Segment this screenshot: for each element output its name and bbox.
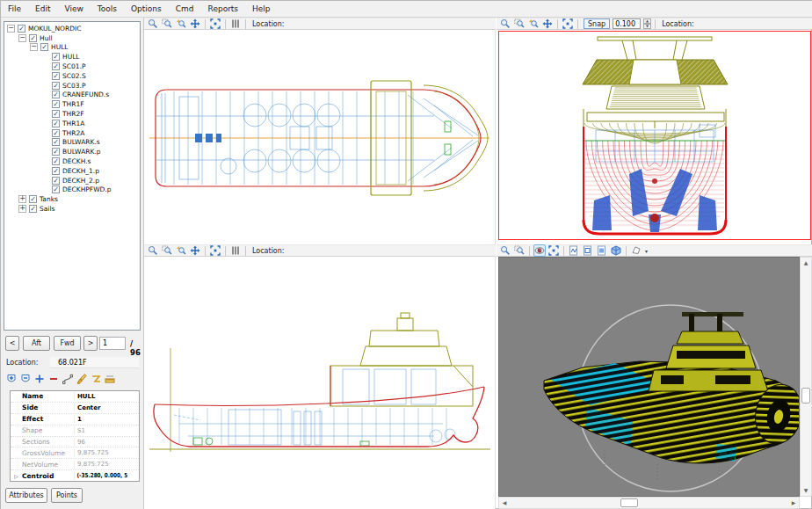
tree-row-thr1f[interactable]: ✓THR1F	[4, 99, 140, 109]
tree-row-tanks[interactable]: +✓Tanks	[4, 194, 140, 204]
edit-curve-icon[interactable]	[62, 373, 74, 385]
visibility-checkbox[interactable]: ✓	[52, 138, 60, 146]
insert-control-icon[interactable]	[33, 373, 46, 385]
dropdown-caret-icon[interactable]: ▾	[645, 248, 648, 254]
menu-item-tools[interactable]: Tools	[91, 1, 124, 17]
snap-value-input[interactable]	[613, 18, 641, 29]
scroll-left-icon[interactable]: ◀	[499, 498, 510, 508]
remove-section-icon[interactable]	[19, 373, 32, 385]
render-mode-icon[interactable]	[630, 244, 642, 257]
three-d-horizontal-scrollbar[interactable]: ◀ ▶	[498, 497, 800, 509]
visibility-checkbox[interactable]: ✓	[52, 148, 60, 156]
tree-row-hull[interactable]: −✓Hull	[4, 33, 140, 43]
property-row-grossvolume[interactable]: GrossVolume9,875.725	[11, 447, 139, 459]
visibility-checkbox[interactable]: ✓	[52, 82, 60, 90]
expand-icon[interactable]: +	[18, 205, 26, 213]
zoom-window-icon[interactable]	[513, 244, 526, 257]
property-row-side[interactable]: SideCenter	[11, 403, 139, 414]
menu-item-edit[interactable]: Edit	[28, 1, 57, 17]
property-row-centroid[interactable]: ▷Centroid(-35.280, 0.000, 5.497)	[11, 470, 139, 482]
tree-row-bulwark-s[interactable]: ✓BULWARK.s	[4, 138, 140, 148]
profile-view-canvas[interactable]	[144, 257, 496, 509]
rotate-view-icon[interactable]	[533, 244, 546, 257]
copy-shaded-icon[interactable]	[596, 244, 608, 257]
fair-curve-icon[interactable]	[90, 373, 102, 385]
zoom-extents-icon[interactable]	[547, 244, 560, 257]
body-view-canvas[interactable]	[498, 31, 811, 240]
tree-row-deckh-1-p[interactable]: ✓DECKH_1.p	[4, 166, 140, 176]
expand-icon[interactable]: +	[18, 195, 26, 203]
pan-icon[interactable]	[189, 244, 201, 257]
expand-arrow-icon[interactable]: ▷	[11, 473, 22, 479]
three-d-vertical-scrollbar[interactable]: ▲ ▼	[800, 257, 812, 497]
collapse-icon[interactable]: −	[30, 43, 38, 51]
zoom-previous-icon[interactable]	[527, 18, 540, 30]
tree-row-hull[interactable]: −✓HULL	[4, 43, 140, 53]
add-section-icon[interactable]	[5, 373, 18, 385]
menu-item-view[interactable]: View	[58, 1, 91, 17]
sections-icon[interactable]	[229, 244, 242, 257]
visibility-checkbox[interactable]: ✓	[52, 53, 60, 61]
visibility-checkbox[interactable]: ✓	[18, 25, 25, 33]
tree-row-sails[interactable]: +✓Sails	[4, 204, 140, 214]
section-fwd-button[interactable]: Fwd	[54, 336, 81, 351]
visibility-checkbox[interactable]: ✓	[52, 129, 60, 137]
measure-icon[interactable]	[104, 373, 116, 385]
visibility-checkbox[interactable]: ✓	[40, 43, 48, 51]
sections-icon[interactable]	[229, 18, 242, 30]
zoom-extents-icon[interactable]	[562, 18, 574, 30]
section-aft-button[interactable]: Aft	[23, 336, 50, 351]
vertical-scroll-thumb[interactable]	[801, 388, 810, 404]
zoom-in-icon[interactable]	[499, 244, 511, 257]
collapse-icon[interactable]: −	[7, 25, 15, 33]
tree-row-thr1a[interactable]: ✓THR1A	[4, 119, 140, 128]
snap-spinner[interactable]: ▲▼	[643, 18, 651, 29]
visibility-checkbox[interactable]: ✓	[29, 195, 37, 203]
tab-points[interactable]: Points	[51, 488, 83, 503]
visibility-checkbox[interactable]: ✓	[29, 34, 37, 42]
zoom-window-icon[interactable]	[161, 18, 173, 30]
pan-icon[interactable]	[541, 18, 554, 30]
property-row-effect[interactable]: Effect1	[11, 414, 139, 425]
section-prev-button[interactable]: <	[5, 336, 19, 351]
visibility-checkbox[interactable]: ✓	[52, 72, 60, 80]
zoom-window-icon[interactable]	[513, 18, 526, 30]
visibility-checkbox[interactable]: ✓	[29, 205, 37, 213]
smooth-brush-icon[interactable]	[76, 373, 88, 385]
visibility-checkbox[interactable]: ✓	[52, 157, 60, 165]
visibility-checkbox[interactable]: ✓	[52, 62, 60, 70]
tree-row-sc03-p[interactable]: ✓SC03.P	[4, 81, 140, 91]
visibility-checkbox[interactable]: ✓	[52, 120, 60, 127]
tree-row-sc02-s[interactable]: ✓SC02.S	[4, 71, 140, 81]
tree-row-hull[interactable]: ✓HULL	[4, 52, 140, 62]
horizontal-scroll-thumb[interactable]	[620, 498, 638, 507]
zoom-window-icon[interactable]	[161, 244, 173, 257]
spin-down-icon[interactable]: ▼	[643, 24, 651, 29]
menu-item-file[interactable]: File	[1, 1, 28, 17]
property-row-netvolume[interactable]: NetVolume9,875.725	[11, 459, 139, 470]
zoom-extents-icon[interactable]	[209, 244, 221, 257]
visibility-checkbox[interactable]: ✓	[52, 100, 60, 108]
tree-row-sc01-p[interactable]: ✓SC01.P	[4, 62, 140, 71]
section-next-button[interactable]: >	[83, 336, 98, 351]
tree-row-deckhpfwd-p[interactable]: ✓DECKHPFWD.p	[4, 185, 140, 195]
tab-attributes[interactable]: Attributes	[5, 488, 47, 503]
visibility-checkbox[interactable]: ✓	[52, 185, 60, 193]
pan-icon[interactable]	[189, 18, 201, 30]
property-grid[interactable]: NameHULLSideCenterEffect1ShapeS1Sections…	[10, 390, 140, 482]
plan-view-canvas[interactable]	[144, 30, 496, 244]
zoom-previous-icon[interactable]	[175, 244, 187, 257]
visibility-checkbox[interactable]: ✓	[52, 110, 60, 118]
tree-row-mokul-nordic[interactable]: −✓MOKUL_NORDIC	[4, 24, 140, 33]
visibility-checkbox[interactable]: ✓	[52, 91, 60, 98]
collapse-icon[interactable]: −	[18, 34, 26, 42]
snap-toggle-button[interactable]: Snap	[584, 18, 610, 29]
section-number-input[interactable]	[99, 337, 126, 350]
tree-row-deckh-s[interactable]: ✓DECKH.s	[4, 156, 140, 166]
delete-control-icon[interactable]	[47, 373, 60, 385]
tree-row-thr2a[interactable]: ✓THR2A	[4, 128, 140, 138]
menu-item-cmd[interactable]: Cmd	[169, 1, 201, 17]
scroll-up-icon[interactable]: ▲	[801, 258, 811, 268]
tree-row-deckh-2-p[interactable]: ✓DECKH_2.p	[4, 176, 140, 185]
property-row-name[interactable]: NameHULL	[11, 391, 139, 403]
